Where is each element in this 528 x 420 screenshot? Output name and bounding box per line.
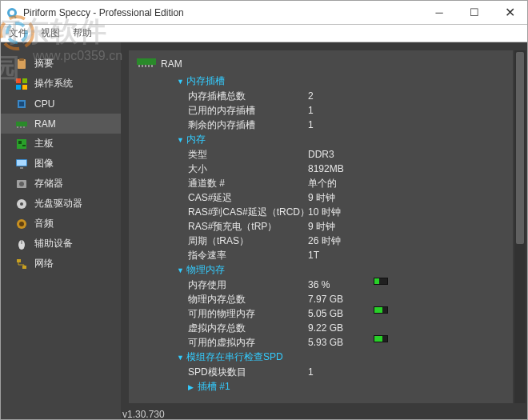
svg-point-26 (20, 202, 23, 206)
detail-value: 5.93 GB (308, 335, 372, 350)
detail-value: 1T (308, 248, 372, 262)
svg-rect-32 (22, 266, 26, 269)
menu-file[interactable]: 文件 (9, 26, 28, 40)
sidebar-item-label: RAM (34, 118, 56, 130)
sidebar-item-peripherals[interactable]: 辅助设备 (1, 234, 121, 254)
sidebar-item-storage[interactable]: 存储器 (1, 174, 121, 194)
content-pane: RAM ▼内存插槽内存插槽总数2已用的内存插槽1剩余的内存插槽1▼内存类型DDR… (121, 42, 527, 419)
sidebar-item-optical[interactable]: 光盘驱动器 (1, 194, 121, 214)
menu-view[interactable]: 视图 (41, 26, 60, 40)
tree-group-header[interactable]: ▼模组存在串行检查SPD (177, 350, 505, 365)
detail-key: RAS#到CAS#延迟（tRCD） (188, 205, 308, 219)
detail-row: 可用的虚拟内存5.93 GB (188, 335, 505, 350)
detail-row: 类型DDR3 (188, 147, 505, 162)
version-label: v1.30.730 (122, 409, 165, 419)
sidebar-item-network[interactable]: 网络 (1, 254, 121, 274)
detail-key: 物理内存总数 (188, 292, 308, 306)
usage-bar (374, 306, 388, 314)
detail-key: 剩余的内存插槽 (188, 118, 308, 132)
motherboard-icon (15, 138, 28, 150)
sidebar-item-label: 光盘驱动器 (34, 197, 82, 210)
network-icon (15, 258, 28, 270)
cpu-icon (15, 98, 28, 110)
sidebar: 河东软件园 www.pc0359.cn 摘要 操作系统 CPU RAM (1, 42, 121, 419)
sidebar-item-ram[interactable]: RAM (1, 114, 121, 134)
svg-rect-33 (137, 58, 156, 65)
sidebar-item-cpu[interactable]: CPU (1, 94, 121, 114)
svg-point-24 (19, 182, 24, 186)
detail-row: 内存插槽总数2 (188, 89, 505, 103)
usage-bar (374, 278, 388, 285)
svg-rect-35 (142, 65, 143, 67)
svg-rect-38 (151, 65, 153, 67)
svg-rect-14 (17, 126, 18, 128)
vertical-scrollbar[interactable] (514, 50, 526, 403)
minimize-button[interactable]: ─ (422, 1, 457, 24)
svg-rect-16 (23, 126, 25, 128)
detail-value: 5.05 GB (308, 306, 372, 321)
svg-rect-18 (18, 141, 22, 144)
ram-chip-icon (137, 57, 156, 70)
detail-row: 可用的物理内存5.05 GB (188, 306, 505, 321)
sidebar-item-label: CPU (34, 98, 54, 110)
detail-key: 可用的物理内存 (188, 306, 308, 321)
svg-point-28 (19, 222, 24, 226)
maximize-button[interactable]: ☐ (457, 1, 492, 24)
menu-help[interactable]: 帮助 (73, 26, 92, 40)
tree-group-header[interactable]: ▼物理内存 (177, 262, 505, 278)
sidebar-item-summary[interactable]: 摘要 (1, 54, 121, 74)
sidebar-item-label: 辅助设备 (34, 237, 73, 250)
detail-row: 虚拟内存总数9.22 GB (188, 321, 505, 335)
svg-rect-22 (20, 167, 23, 169)
svg-rect-9 (16, 85, 21, 90)
usage-bar (374, 335, 388, 342)
detail-value: 9.22 GB (308, 321, 372, 335)
detail-key: 指令速率 (188, 248, 308, 262)
menu-bar: 文件 视图 帮助 (1, 25, 527, 42)
detail-key: SPD模块数目 (188, 365, 308, 379)
detail-row: CAS#延迟9 时钟 (188, 190, 505, 205)
scrollbar-thumb[interactable] (516, 52, 524, 244)
sidebar-item-os[interactable]: 操作系统 (1, 74, 121, 94)
detail-key: 虚拟内存总数 (188, 321, 308, 335)
detail-value: 单个的 (308, 176, 372, 190)
svg-rect-10 (22, 85, 27, 90)
sidebar-item-audio[interactable]: 音频 (1, 214, 121, 234)
detail-value: 1 (308, 103, 372, 118)
detail-value: 9 时钟 (308, 190, 372, 205)
detail-row: 内存使用36 % (188, 278, 505, 292)
sidebar-item-label: 存储器 (34, 177, 63, 190)
sidebar-item-label: 主板 (34, 137, 54, 150)
svg-rect-7 (16, 78, 21, 83)
sidebar-item-label: 摘要 (34, 57, 54, 70)
detail-key: RAS#预充电（tRP） (188, 219, 308, 234)
sidebar-item-graphics[interactable]: 图像 (1, 154, 121, 174)
detail-row: 指令速率1T (188, 248, 505, 262)
detail-row: 物理内存总数7.97 GB (188, 292, 505, 306)
close-button[interactable]: ✕ (492, 1, 527, 24)
detail-value: 1 (308, 365, 372, 379)
svg-rect-21 (17, 160, 26, 166)
detail-value: 10 时钟 (308, 205, 372, 219)
detail-value: 26 时钟 (308, 234, 372, 248)
svg-rect-12 (19, 102, 24, 106)
detail-key: 类型 (188, 147, 308, 162)
detail-value: 9 时钟 (308, 219, 372, 234)
tree-group-header[interactable]: ▼内存插槽 (177, 74, 505, 89)
window-title: Piriform Speccy - Professional Edition (23, 7, 422, 18)
title-bar: Piriform Speccy - Professional Edition ─… (1, 1, 527, 25)
svg-rect-36 (145, 65, 146, 67)
detail-row: 剩余的内存插槽1 (188, 118, 505, 132)
mouse-icon (15, 238, 28, 250)
detail-row: RAS#到CAS#延迟（tRCD）10 时钟 (188, 205, 505, 219)
detail-value: 1 (308, 118, 372, 132)
detail-value: 7.97 GB (308, 292, 372, 306)
tree-subgroup-header[interactable]: ▶插槽 #1 (188, 379, 505, 394)
svg-rect-6 (19, 58, 24, 61)
tree-group-header[interactable]: ▼内存 (177, 132, 505, 147)
detail-row: 通道数 #单个的 (188, 176, 505, 190)
svg-point-1 (10, 10, 14, 15)
detail-row: RAS#预充电（tRP）9 时钟 (188, 219, 505, 234)
svg-rect-34 (138, 65, 140, 67)
sidebar-item-motherboard[interactable]: 主板 (1, 134, 121, 154)
